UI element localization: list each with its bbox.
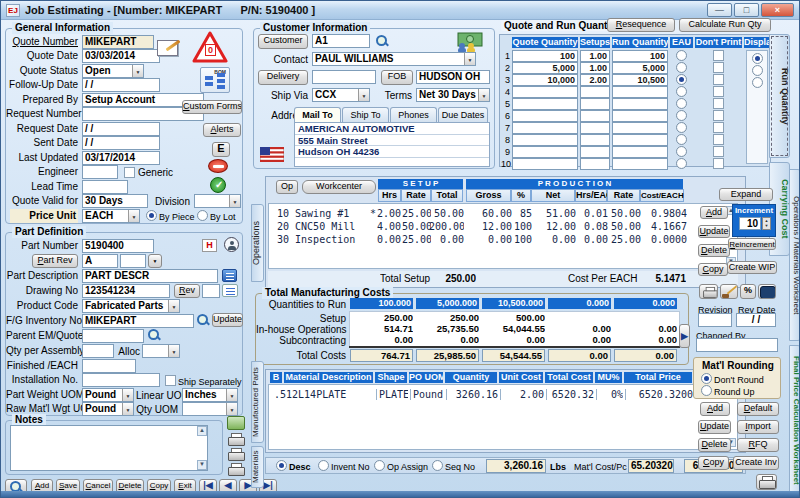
display-radio[interactable] [752,53,763,64]
drawing-no-field[interactable]: 123541234 [82,284,170,298]
quote-qty-cell[interactable] [512,158,578,170]
rev-date-field[interactable]: / / [736,313,776,327]
chevron-down-icon[interactable] [168,300,179,312]
ship-via-select[interactable]: CCX [312,88,370,102]
custom-forms-button[interactable]: Custom Forms [182,100,242,114]
quote-qty-cell[interactable] [512,134,578,146]
finished-each-field[interactable] [82,359,136,373]
quote-qty-cell[interactable] [512,86,578,98]
alerts-button[interactable]: Alerts [203,123,241,137]
calculate-run-qty-button[interactable]: Calculate Run Qty [679,18,771,32]
qty-cell[interactable]: 10,500.000 [482,298,545,309]
fob-button[interactable]: FOB [381,70,413,85]
run-qty-cell[interactable] [612,146,668,158]
run-qty-cell[interactable]: 100 [612,50,668,62]
description-editor-icon[interactable] [222,269,237,282]
qty-cell[interactable]: 100.000 [350,298,413,309]
chevron-down-icon[interactable] [128,210,139,222]
gross-cell[interactable]: 12.00 [467,221,512,232]
op-name-cell[interactable]: 30 Inspection [277,234,369,245]
shape-cell[interactable]: PLATE [376,389,408,400]
dont-print-checkbox[interactable] [713,86,724,97]
broom-cleanup-button[interactable] [720,284,738,299]
printer-icon[interactable] [227,463,244,476]
tab-manufactured-parts[interactable]: Manufactured Parts [251,361,264,443]
chevron-down-icon[interactable] [478,89,489,101]
pct-cell[interactable]: 100 [512,234,532,245]
tab-phones[interactable]: Phones [390,107,437,122]
print-materials-button[interactable] [756,474,777,490]
run-qty-cell[interactable] [612,86,668,98]
setups-cell[interactable] [580,122,610,134]
engineer-field[interactable] [82,165,118,179]
quote-qty-cell[interactable] [512,98,578,110]
chevron-down-icon[interactable] [464,53,475,65]
eau-radio[interactable] [676,74,687,85]
eau-radio[interactable] [676,134,687,145]
scroll-right-button[interactable]: ▶ [679,324,690,348]
setup-rate-cell[interactable]: 50.00 [402,221,431,232]
installation-field[interactable] [82,373,160,387]
terms-select[interactable]: Net 30 Days [416,88,490,102]
matl-default-button[interactable]: Default [737,402,779,416]
tab-final-price-worksheet[interactable]: Final Price Calculation Worksheet [789,345,800,495]
reincrement-button[interactable]: Reincrement [728,238,776,250]
dont-print-checkbox[interactable] [713,74,724,85]
setups-cell[interactable] [580,134,610,146]
setup-total-cell[interactable]: 50.00 [429,208,464,219]
tab-operations[interactable]: Operations [251,204,264,282]
update-button[interactable]: Update [212,313,243,327]
no-entry-icon[interactable] [208,159,228,173]
search-icon[interactable] [196,313,210,327]
chevron-down-icon[interactable] [132,65,143,77]
scroll-up-icon[interactable]: ▲ [197,426,207,436]
chevron-down-icon[interactable] [226,389,237,401]
round-up-radio[interactable] [701,385,712,396]
op-name-cell[interactable]: 20 CNC50 Mill [277,221,369,232]
create-inv-button[interactable]: Create Inv [733,456,779,470]
display-radio[interactable] [752,77,763,88]
follow-up-field[interactable]: / / [82,78,160,92]
printer-icon[interactable] [227,433,244,446]
dont-print-checkbox[interactable] [713,110,724,121]
tab-operations-materials-worksheet[interactable]: Operations / Materials Worksheet [789,169,800,341]
eau-radio[interactable] [676,50,687,61]
delivery-button[interactable]: Delivery [258,70,308,85]
quote-number-label[interactable]: Quote Number [6,35,78,49]
alloc-select[interactable] [142,344,180,358]
run-qty-cell[interactable] [612,110,668,122]
hrs-each-cell[interactable]: 0.08 [576,221,608,232]
qty-cell[interactable]: 0.000 [614,298,677,309]
matl-delete-button[interactable]: Delete [698,438,731,452]
prod-rate-cell[interactable]: 50.00 [608,208,641,219]
setups-cell[interactable] [580,98,610,110]
raw-matl-uom-select[interactable]: Pound [82,402,134,416]
product-code-select[interactable]: Fabricated Parts [82,299,180,313]
linear-uom-select[interactable]: Inches [182,388,238,402]
dont-round-radio[interactable] [701,373,712,384]
notes-textarea[interactable] [10,425,208,471]
part-description-field[interactable]: PART DESCR [82,269,218,283]
sort-seq-no-radio[interactable] [432,460,443,471]
by-piece-radio[interactable] [146,210,157,221]
setups-cell[interactable]: 1.00 [580,62,610,74]
delivery-field[interactable] [312,70,376,84]
sort-invent-no-radio[interactable] [318,460,329,471]
dont-print-checkbox[interactable] [713,134,724,145]
chevron-down-icon[interactable] [122,389,133,401]
lead-time-field[interactable] [82,180,128,194]
tab-materials[interactable]: Materials [251,446,264,488]
net-cell[interactable]: 0.00 [532,234,576,245]
division-select[interactable] [194,194,241,208]
op-button[interactable]: Op [276,180,298,194]
matl-update-button[interactable]: Update [698,420,731,434]
part-rev-dropdown[interactable]: ▼ [148,254,162,268]
create-wip-button[interactable]: Create WIP [727,261,777,274]
edit-note-icon[interactable] [157,37,183,57]
part-rev-button[interactable]: Part Rev [32,254,78,268]
binoculars-button[interactable] [758,284,776,299]
ops-delete-button[interactable]: Delete [698,244,730,257]
pct-cell[interactable]: 85 [512,208,532,219]
stepper-arrows[interactable]: ▲▼ [762,217,771,230]
quote-qty-cell[interactable]: 10,000 [512,74,578,86]
